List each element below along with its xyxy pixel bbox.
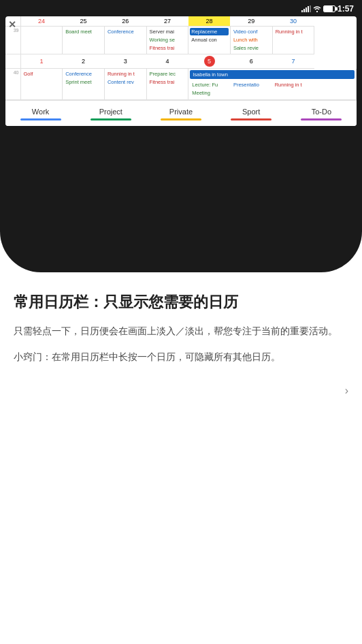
header-25: 25 (63, 16, 105, 27)
status-bar: 1:57 (0, 0, 362, 15)
calendar-bar: Work Project Private Sport To-Do (5, 100, 357, 126)
status-time: 1:57 (338, 4, 354, 14)
content-tip: 小窍门：在常用日历栏中长按一个日历，可隐藏所有其他日历。 (14, 349, 348, 364)
week1-header-row: 24 25 26 27 28 29 30 (5, 16, 357, 27)
calendar-grid: 24 25 26 27 28 29 30 39 Board meet Confe… (5, 16, 357, 100)
phone-frame: 1:57 ✕ 24 25 26 27 28 29 30 39 (0, 0, 362, 272)
calendar-sport[interactable]: Sport (231, 108, 272, 120)
content-section: 常用日历栏：只显示您需要的日历 只需轻点一下，日历便会在画面上淡入／淡出，帮您专… (0, 272, 362, 378)
page-title: 常用日历栏：只显示您需要的日历 (14, 293, 348, 312)
phone-bottom (0, 126, 362, 153)
next-arrow-area[interactable]: › (0, 378, 362, 404)
svg-rect-2 (306, 7, 307, 12)
content-body1: 只需轻点一下，日历便会在画面上淡入／淡出，帮您专注于当前的重要活动。 (14, 323, 348, 338)
battery-icon (323, 5, 335, 12)
status-icons: 1:57 (301, 4, 354, 14)
header-24: 24 (20, 16, 63, 27)
spanning-event: Isabella in town (190, 70, 355, 79)
header-27: 27 (146, 16, 188, 27)
week2-events-row: 40 Golf Conference Sprint meet Running i… (5, 69, 357, 100)
calendar-project[interactable]: Project (90, 108, 131, 120)
close-button[interactable]: ✕ (8, 19, 16, 30)
svg-marker-4 (310, 5, 311, 12)
week1-events-row: 39 Board meet Conference Server mai Work… (5, 27, 357, 54)
week2-header-row: 1 2 3 4 5 6 7 (5, 54, 357, 69)
svg-rect-0 (301, 10, 303, 12)
header-28: 28 (188, 16, 231, 27)
calendar-todo[interactable]: To-Do (301, 108, 342, 120)
header-30: 30 (272, 16, 314, 27)
header-26: 26 (104, 16, 146, 27)
calendar-screen: ✕ 24 25 26 27 28 29 30 39 Board meet (5, 16, 357, 126)
header-29: 29 (230, 16, 272, 27)
svg-rect-3 (308, 6, 309, 12)
wifi-icon (313, 5, 321, 12)
calendar-work[interactable]: Work (20, 108, 61, 120)
calendar-private[interactable]: Private (161, 108, 201, 120)
svg-rect-1 (303, 9, 305, 12)
next-arrow-icon[interactable]: › (345, 385, 348, 397)
signal-icon (301, 5, 311, 12)
